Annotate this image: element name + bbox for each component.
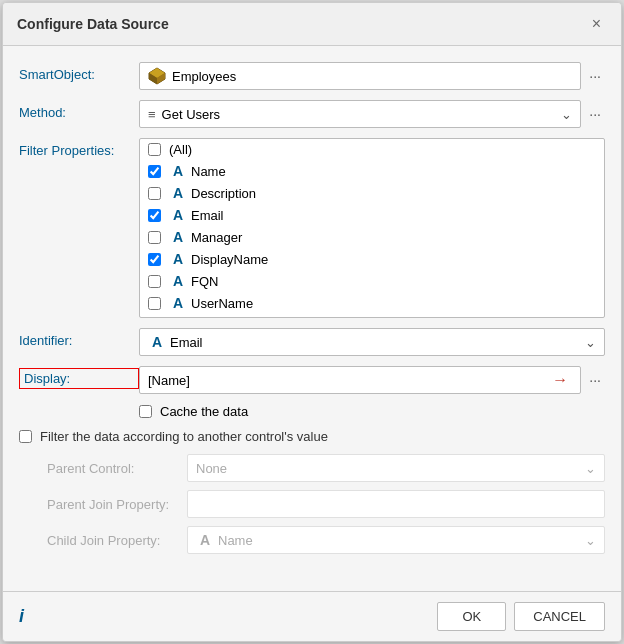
identifier-row: Identifier: A Email ⌄ bbox=[19, 328, 605, 356]
display-value: [Name] bbox=[148, 373, 190, 388]
filter-description-a-icon: A bbox=[169, 185, 187, 201]
child-join-row: Child Join Property: A Name ⌄ bbox=[47, 526, 605, 554]
method-icon: ≡ bbox=[148, 107, 156, 122]
filter-displayname-label: DisplayName bbox=[191, 252, 268, 267]
cancel-button[interactable]: CANCEL bbox=[514, 602, 605, 631]
parent-control-arrow: ⌄ bbox=[585, 461, 596, 476]
parent-control-label: Parent Control: bbox=[47, 461, 187, 476]
display-arrow-icon: → bbox=[552, 371, 568, 389]
method-value: Get Users bbox=[162, 107, 221, 122]
method-row: Method: ≡ Get Users ⌄ ··· bbox=[19, 100, 605, 128]
display-label: Display: bbox=[19, 368, 139, 389]
filter-fqn-label: FQN bbox=[191, 274, 218, 289]
parent-control-field: None ⌄ bbox=[187, 454, 605, 482]
sub-form: Parent Control: None ⌄ Parent Join Prope… bbox=[47, 454, 605, 554]
dialog-body: SmartObject: Employees ··· bbox=[3, 46, 621, 591]
dialog-header: Configure Data Source × bbox=[3, 3, 621, 46]
parent-join-label: Parent Join Property: bbox=[47, 497, 187, 512]
cache-row: Cache the data bbox=[139, 404, 605, 419]
child-join-label: Child Join Property: bbox=[47, 533, 187, 548]
child-join-arrow: ⌄ bbox=[585, 533, 596, 548]
identifier-value: Email bbox=[170, 335, 203, 350]
filter-name-a-icon: A bbox=[169, 163, 187, 179]
identifier-field[interactable]: A Email ⌄ bbox=[139, 328, 605, 356]
filter-manager-a-icon: A bbox=[169, 229, 187, 245]
child-join-value: Name bbox=[218, 533, 253, 548]
filter-email-a-icon: A bbox=[169, 207, 187, 223]
filter-description-checkbox[interactable] bbox=[148, 187, 161, 200]
list-item: A UserName bbox=[140, 292, 604, 314]
list-item: A FQN bbox=[140, 270, 604, 292]
display-row: Display: [Name] → ··· bbox=[19, 366, 605, 394]
ok-button[interactable]: OK bbox=[437, 602, 506, 631]
smartobject-value: Employees bbox=[172, 69, 236, 84]
filter-displayname-a-icon: A bbox=[169, 251, 187, 267]
list-item: A Name bbox=[140, 160, 604, 182]
filter-name-checkbox[interactable] bbox=[148, 165, 161, 178]
filter-another-checkbox[interactable] bbox=[19, 430, 32, 443]
configure-datasource-dialog: Configure Data Source × SmartObject: bbox=[2, 2, 622, 642]
smartobject-ellipsis-button[interactable]: ··· bbox=[585, 68, 605, 84]
info-icon: i bbox=[19, 606, 24, 627]
dialog-title: Configure Data Source bbox=[17, 16, 169, 32]
display-field[interactable]: [Name] → bbox=[139, 366, 581, 394]
display-control-wrap: [Name] → ··· bbox=[139, 366, 605, 394]
parent-control-value: None bbox=[196, 461, 227, 476]
filter-properties-list[interactable]: (All) A Name A Description A bbox=[139, 138, 605, 318]
filter-email-checkbox[interactable] bbox=[148, 209, 161, 222]
filter-manager-label: Manager bbox=[191, 230, 242, 245]
filter-fqn-checkbox[interactable] bbox=[148, 275, 161, 288]
parent-join-row: Parent Join Property: bbox=[47, 490, 605, 518]
parent-control-row: Parent Control: None ⌄ bbox=[47, 454, 605, 482]
child-join-a-icon: A bbox=[196, 532, 214, 548]
filter-another-label: Filter the data according to another con… bbox=[40, 429, 328, 444]
cache-label: Cache the data bbox=[160, 404, 248, 419]
filter-all-checkbox[interactable] bbox=[148, 143, 161, 156]
method-ellipsis-button[interactable]: ··· bbox=[585, 106, 605, 122]
identifier-label: Identifier: bbox=[19, 328, 139, 348]
close-button[interactable]: × bbox=[586, 13, 607, 35]
smartobject-control-wrap: Employees ··· bbox=[139, 62, 605, 90]
method-control-wrap: ≡ Get Users ⌄ ··· bbox=[139, 100, 605, 128]
list-item: (All) bbox=[140, 139, 604, 160]
filter-fqn-a-icon: A bbox=[169, 273, 187, 289]
filter-username-label: UserName bbox=[191, 296, 253, 311]
filter-another-control-row: Filter the data according to another con… bbox=[19, 429, 605, 444]
list-item: A Email bbox=[140, 204, 604, 226]
method-label: Method: bbox=[19, 100, 139, 120]
filter-email-label: Email bbox=[191, 208, 224, 223]
display-ellipsis-button[interactable]: ··· bbox=[585, 372, 605, 388]
cache-checkbox[interactable] bbox=[139, 405, 152, 418]
identifier-control-wrap: A Email ⌄ bbox=[139, 328, 605, 356]
identifier-dropdown-arrow: ⌄ bbox=[585, 335, 596, 350]
dialog-footer: i OK CANCEL bbox=[3, 591, 621, 641]
filter-username-a-icon: A bbox=[169, 295, 187, 311]
filter-displayname-checkbox[interactable] bbox=[148, 253, 161, 266]
smartobject-field[interactable]: Employees bbox=[139, 62, 581, 90]
smartobject-icon bbox=[148, 67, 166, 85]
identifier-a-icon: A bbox=[148, 334, 166, 350]
filter-manager-checkbox[interactable] bbox=[148, 231, 161, 244]
filter-properties-row: Filter Properties: (All) A Name A Desc bbox=[19, 138, 605, 318]
list-item: A Description bbox=[140, 182, 604, 204]
method-dropdown-arrow: ⌄ bbox=[561, 107, 572, 122]
child-join-field: A Name ⌄ bbox=[187, 526, 605, 554]
filter-description-label: Description bbox=[191, 186, 256, 201]
smartobject-label: SmartObject: bbox=[19, 62, 139, 82]
method-field[interactable]: ≡ Get Users ⌄ bbox=[139, 100, 581, 128]
parent-join-field bbox=[187, 490, 605, 518]
filter-properties-label: Filter Properties: bbox=[19, 138, 139, 158]
filter-username-checkbox[interactable] bbox=[148, 297, 161, 310]
list-item: A Manager bbox=[140, 226, 604, 248]
list-item: A DisplayName bbox=[140, 248, 604, 270]
filter-name-label: Name bbox=[191, 164, 226, 179]
smartobject-row: SmartObject: Employees ··· bbox=[19, 62, 605, 90]
filter-all-label: (All) bbox=[169, 142, 192, 157]
